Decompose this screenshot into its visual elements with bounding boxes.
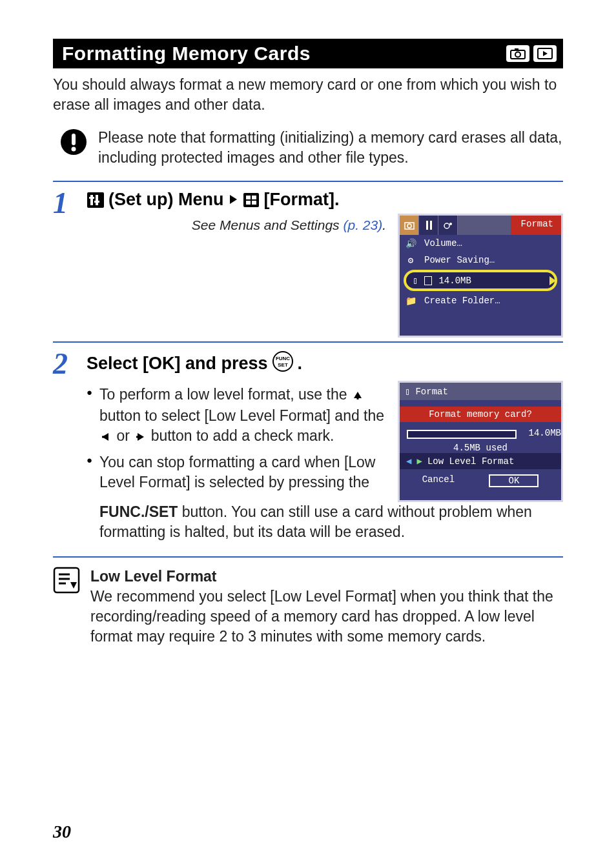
menu-power-label: Power Saving…	[424, 255, 495, 265]
arrow-right-icon	[227, 190, 239, 210]
setup-menu-icon	[87, 192, 105, 208]
menu-volume: 🔊Volume…	[400, 235, 561, 252]
bullet-stop-formatting: You can stop formatting a card when [Low…	[87, 452, 386, 492]
menu-format-highlight: ▯ 14.0MB	[404, 270, 557, 291]
svg-text:SET: SET	[278, 362, 288, 368]
dialog-question: Format memory card?	[400, 407, 561, 422]
svg-rect-17	[246, 201, 251, 205]
menu-size: 14.0MB	[438, 276, 471, 286]
menu-format-label: Format	[511, 216, 561, 235]
dialog-low-label: Low Level Format	[427, 456, 514, 467]
playback-mode-icon	[533, 45, 557, 62]
step-2-number: 2	[53, 350, 75, 377]
tab-mycamera-icon	[438, 216, 458, 235]
tab-rec-icon	[400, 216, 419, 235]
svg-rect-16	[252, 196, 256, 199]
dialog-ok: OK	[489, 474, 539, 487]
section-header: Formatting Memory Cards	[53, 39, 563, 68]
heading-text-2: [Format].	[263, 190, 339, 210]
svg-rect-21	[426, 221, 428, 230]
svg-point-23	[444, 223, 449, 228]
tip-section: Low Level Format We recommend you select…	[53, 556, 563, 647]
see-page: (p. 23)	[343, 217, 382, 232]
func-set-button-icon: FUNCSET	[272, 350, 294, 377]
dialog-used: 4.5MB used	[400, 443, 561, 453]
mode-icons	[506, 45, 557, 62]
screenshot-format-dialog: ▯Format Format memory card? 14.0MB 4.5MB…	[398, 381, 563, 502]
tip-title: Low Level Format	[90, 568, 217, 585]
b1a: To perform a low level format, use the	[99, 386, 351, 403]
screenshot-menu: Format 🔊Volume… ⚙Power Saving… ▯ 14.0MB …	[398, 214, 563, 338]
svg-marker-4	[543, 51, 548, 56]
caution-text: Please note that formatting (initializin…	[98, 128, 563, 168]
bullet-low-level-format: To perform a low level format, use the b…	[87, 385, 386, 447]
page-number: 30	[53, 822, 71, 842]
svg-point-2	[515, 52, 520, 57]
arrow-left-icon	[101, 427, 111, 447]
svg-rect-34	[54, 568, 79, 592]
svg-rect-6	[72, 134, 76, 145]
dialog-cancel: Cancel	[422, 474, 455, 487]
svg-marker-13	[230, 195, 237, 204]
svg-rect-15	[246, 196, 251, 199]
card-icon: ▯	[413, 275, 418, 286]
heading-text-1: (Set up) Menu	[108, 190, 223, 210]
step2-heading-text: Select [OK] and press	[87, 354, 268, 374]
intro-text: You should always format a new memory ca…	[53, 75, 563, 115]
step-2-heading: Select [OK] and press FUNCSET .	[87, 350, 563, 377]
dialog-low-level-row: ◀ ▶ Low Level Format	[400, 453, 561, 469]
b1d: button to add a check mark.	[151, 427, 334, 444]
svg-point-25	[273, 352, 293, 371]
progress-bar	[407, 430, 517, 439]
arrow-right-small-icon	[135, 427, 145, 447]
bullet2-continuation: FUNC./SET button. You can still use a ca…	[99, 502, 563, 542]
step-1-heading: (Set up) Menu [Format].	[87, 190, 563, 210]
svg-marker-38	[70, 582, 77, 589]
func-set-text: FUNC./SET	[99, 503, 178, 520]
svg-rect-1	[515, 48, 518, 51]
caution-icon	[59, 128, 88, 159]
svg-rect-11	[89, 197, 94, 199]
dialog-total: 14.0MB	[529, 428, 561, 438]
svg-rect-31	[102, 436, 106, 438]
selection-marker-icon: ▶	[416, 456, 422, 467]
svg-rect-22	[430, 221, 432, 230]
svg-rect-14	[243, 193, 259, 207]
card-icon-2: ▯	[405, 386, 410, 397]
b1b: button to select [Low Level Format] and …	[99, 407, 384, 424]
arrow-up-icon	[353, 386, 363, 406]
b2a: You can stop formatting a card when [Low…	[99, 454, 375, 490]
svg-rect-33	[136, 436, 140, 438]
format-icon	[243, 192, 260, 208]
selection-left-icon: ◀	[406, 456, 411, 467]
see-reference: See Menus and Settings (p. 23).	[87, 216, 386, 234]
b1c: or	[116, 427, 134, 444]
svg-rect-18	[252, 201, 256, 205]
step-2: 2 Select [OK] and press FUNCSET . To per…	[53, 341, 563, 542]
svg-rect-12	[94, 201, 99, 203]
see-dot: .	[382, 217, 386, 232]
step2-heading-dot: .	[298, 354, 303, 374]
tab-setup-icon	[419, 216, 438, 235]
section-title: Formatting Memory Cards	[62, 43, 311, 65]
svg-text:FUNC: FUNC	[275, 356, 289, 361]
camera-mode-icon	[506, 45, 529, 62]
svg-point-7	[72, 147, 76, 152]
progress-icon	[424, 276, 432, 285]
svg-point-24	[449, 223, 452, 225]
svg-rect-29	[356, 397, 358, 399]
dialog-title: Format	[415, 387, 447, 397]
svg-point-20	[407, 224, 411, 228]
caution-note: Please note that formatting (initializin…	[59, 128, 563, 168]
menu-volume-label: Volume…	[424, 238, 462, 248]
tip-icon	[53, 567, 80, 596]
tip-body: We recommend you select [Low Level Forma…	[90, 588, 553, 645]
menu-create-folder: 📁Create Folder…	[400, 292, 561, 309]
svg-rect-10	[96, 195, 98, 205]
menu-power-saving: ⚙Power Saving…	[400, 252, 561, 268]
step-1: 1 (Set up) Menu [Format]. See Menus an	[53, 181, 563, 338]
see-text: See Menus and Settings	[192, 217, 344, 232]
svg-rect-9	[90, 195, 93, 205]
step-1-number: 1	[53, 190, 75, 216]
menu-create-label: Create Folder…	[424, 296, 500, 306]
